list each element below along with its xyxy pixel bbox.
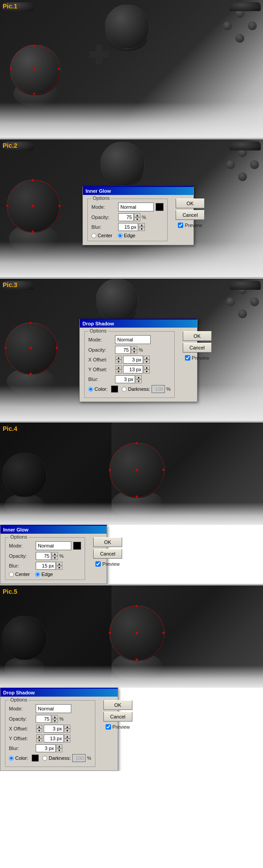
preview-check-4[interactable] (95, 561, 101, 567)
blur-input-2[interactable] (118, 223, 138, 231)
pic5-label: Pic.5 (3, 588, 17, 595)
opacity-spin-5[interactable]: ▲ ▼ (52, 715, 58, 723)
x-offset-label-5: X Offset: (9, 726, 36, 731)
blur-spin-5[interactable]: ▲ ▼ (56, 744, 62, 752)
center-radio-4[interactable]: Center (9, 572, 30, 577)
darkness-input-3[interactable] (152, 385, 165, 393)
color-radio-5[interactable]: Color: (9, 755, 28, 761)
ok-btn-5[interactable]: OK (103, 700, 132, 710)
color-swatch-3[interactable] (111, 385, 118, 393)
xoffset-spin-3[interactable]: ▲ ▼ (115, 356, 122, 364)
xoffset-spin2-3[interactable]: ▲ ▼ (144, 356, 150, 364)
yoffset-spin-5[interactable]: ▲ ▼ (36, 734, 42, 742)
darkness-unit-5: % (87, 755, 91, 761)
options-label-3: Options (88, 328, 108, 333)
x-offset-input-5[interactable] (44, 725, 64, 733)
blur-input-3[interactable] (115, 375, 135, 383)
xoffset-spin2-5[interactable]: ▲ ▼ (64, 725, 70, 733)
pic3-section: Drop Shadow Options Mode: Normal (0, 279, 263, 421)
drop-shadow-dialog-3: Drop Shadow Options Mode: Normal (79, 319, 197, 402)
darkness-input-5[interactable] (72, 754, 86, 762)
y-offset-label-5: Y Offset: (9, 736, 36, 741)
preview-check-3[interactable] (185, 355, 190, 361)
mode-select-4[interactable]: Normal (36, 541, 71, 550)
opacity-input-3[interactable] (115, 346, 131, 354)
darkness-radio-5[interactable]: Darkness: (42, 755, 71, 761)
cancel-btn-5[interactable]: Cancel (103, 712, 132, 722)
pic3-label: Pic.3 (3, 281, 17, 288)
yoffset-spin2-5[interactable]: ▲ ▼ (64, 734, 70, 742)
opacity-label-5: Opacity: (9, 716, 36, 722)
mode-select-5[interactable]: Normal (36, 704, 71, 713)
ok-btn-4[interactable]: OK (93, 537, 122, 547)
ok-btn-2[interactable]: OK (176, 199, 205, 208)
color-swatch-4[interactable] (73, 542, 81, 550)
x-offset-input-3[interactable] (123, 356, 143, 364)
dialog-title-3: Drop Shadow (80, 320, 197, 328)
pic4-label: Pic.4 (3, 425, 17, 432)
opacity-label-3: Opacity: (88, 347, 115, 353)
x-offset-label-3: X Offset: (88, 357, 115, 362)
blur-spin-4[interactable]: ▲ ▼ (56, 562, 62, 570)
cancel-btn-3[interactable]: Cancel (183, 343, 212, 353)
preview-label-4: Preview (102, 561, 119, 567)
color-radio-3[interactable]: Color: (88, 386, 107, 392)
preview-label-5: Preview (112, 724, 130, 730)
pic5-section: Drop Shadow Options Mode: Normal (0, 585, 263, 771)
edge-radio-2[interactable]: Edge (118, 233, 136, 238)
preview-check-5[interactable] (106, 724, 111, 730)
inner-glow-dialog-4: Inner Glow Options Mode: Normal (0, 525, 107, 584)
center-radio-2[interactable]: Center (91, 233, 112, 238)
pic2-section: Inner Glow Options Mode: Normal (0, 139, 263, 277)
mode-label-2: Mode: (91, 204, 118, 210)
mode-label-5: Mode: (9, 706, 36, 711)
blur-input-4[interactable] (36, 562, 56, 570)
cancel-btn-4[interactable]: Cancel (93, 549, 122, 559)
opacity-spin-3[interactable]: ▲ ▼ (131, 346, 137, 354)
drop-shadow-dialog-5: Drop Shadow Options Mode: Normal (0, 688, 118, 771)
color-swatch-2[interactable] (156, 203, 164, 211)
blur-spin-3[interactable]: ▲ ▼ (136, 375, 142, 383)
opacity-input-4[interactable] (36, 552, 51, 560)
color-swatch-5[interactable] (32, 754, 39, 762)
preview-label-2: Preview (185, 223, 202, 228)
opacity-unit-2: % (142, 215, 146, 220)
opacity-label-4: Opacity: (9, 553, 36, 559)
yoffset-spin-3[interactable]: ▲ ▼ (115, 365, 122, 373)
opacity-spin-4[interactable]: ▲ ▼ (52, 552, 58, 560)
darkness-radio-3[interactable]: Darkness: (122, 386, 150, 392)
options-label-5: Options (9, 697, 29, 702)
mode-select-2[interactable]: Normal (118, 203, 154, 211)
preview-label-3: Preview (192, 355, 209, 361)
dialog-title-4: Inner Glow (0, 526, 107, 534)
yoffset-spin2-3[interactable]: ▲ ▼ (144, 365, 150, 373)
y-offset-input-5[interactable] (44, 734, 64, 742)
options-label-4: Options (9, 534, 29, 539)
pic2-label: Pic.2 (3, 142, 17, 149)
y-offset-label-3: Y Offset: (88, 367, 115, 372)
opacity-unit-3: % (139, 347, 143, 353)
xoffset-spin-5[interactable]: ▲ ▼ (36, 725, 42, 733)
pic4-section: Inner Glow Options Mode: Normal (0, 422, 263, 584)
blur-input-5[interactable] (36, 744, 56, 752)
mode-label-4: Mode: (9, 543, 36, 548)
blur-spin-2[interactable]: ▲ ▼ (139, 223, 145, 231)
opacity-input-2[interactable] (118, 213, 134, 221)
preview-check-2[interactable] (178, 223, 183, 228)
ok-btn-3[interactable]: OK (183, 331, 212, 341)
opacity-label-2: Opacity: (91, 215, 118, 220)
pic1-label: Pic.1 (3, 3, 17, 10)
dialog-buttons-5: OK Cancel Preview (103, 700, 132, 730)
opacity-unit-4: % (59, 553, 64, 559)
inner-glow-dialog-2: Inner Glow Options Mode: Normal (82, 186, 194, 245)
edge-radio-4[interactable]: Edge (35, 572, 53, 577)
darkness-unit-3: % (166, 386, 171, 392)
cancel-btn-2[interactable]: Cancel (176, 210, 205, 220)
opacity-unit-5: % (59, 716, 64, 722)
pic1-section: Pic.1 (0, 0, 263, 138)
opacity-input-5[interactable] (36, 715, 51, 723)
opacity-spin-2[interactable]: ▲ ▼ (134, 213, 140, 221)
options-label-2: Options (91, 195, 111, 201)
mode-select-3[interactable]: Normal (115, 335, 151, 344)
y-offset-input-3[interactable] (123, 365, 143, 373)
